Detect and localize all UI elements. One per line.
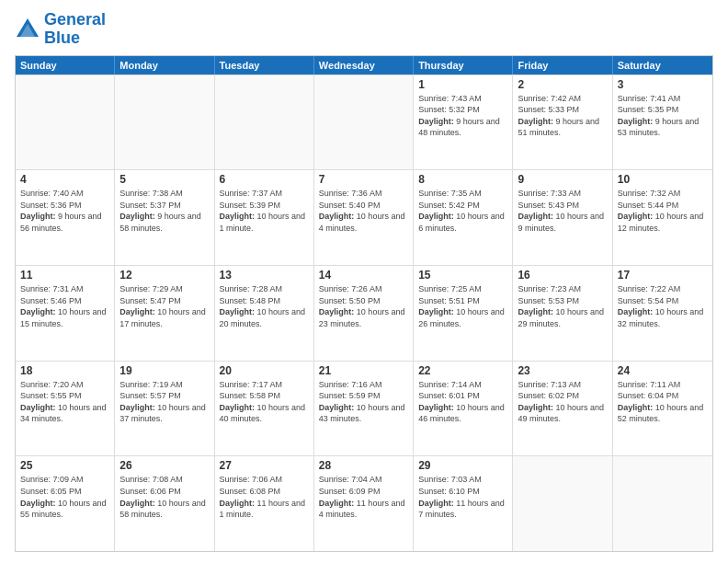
day-cell-18: 18Sunrise: 7:20 AMSunset: 5:55 PMDayligh…: [16, 362, 115, 456]
day-number: 25: [20, 459, 109, 472]
day-info: Sunrise: 7:13 AMSunset: 6:02 PMDaylight:…: [518, 379, 607, 425]
day-number: 10: [618, 173, 708, 186]
day-info: Sunrise: 7:14 AMSunset: 6:01 PMDaylight:…: [418, 379, 507, 425]
day-cell-6: 6Sunrise: 7:37 AMSunset: 5:39 PMDaylight…: [215, 170, 314, 265]
day-number: 17: [618, 269, 708, 282]
empty-cell: [115, 75, 214, 170]
day-cell-16: 16Sunrise: 7:23 AMSunset: 5:53 PMDayligh…: [513, 266, 612, 361]
weekday-header-wednesday: Wednesday: [314, 56, 414, 75]
day-cell-12: 12Sunrise: 7:29 AMSunset: 5:47 PMDayligh…: [115, 266, 214, 361]
day-cell-13: 13Sunrise: 7:28 AMSunset: 5:48 PMDayligh…: [215, 266, 314, 361]
day-info: Sunrise: 7:29 AMSunset: 5:47 PMDaylight:…: [119, 283, 209, 329]
logo: General Blue: [15, 11, 106, 48]
day-number: 4: [20, 173, 109, 186]
day-info: Sunrise: 7:40 AMSunset: 5:36 PMDaylight:…: [20, 188, 109, 234]
day-cell-29: 29Sunrise: 7:03 AMSunset: 6:10 PMDayligh…: [414, 456, 513, 551]
day-cell-22: 22Sunrise: 7:14 AMSunset: 6:01 PMDayligh…: [414, 362, 513, 456]
day-cell-25: 25Sunrise: 7:09 AMSunset: 6:05 PMDayligh…: [16, 456, 115, 551]
day-info: Sunrise: 7:19 AMSunset: 5:57 PMDaylight:…: [119, 379, 209, 425]
calendar-header: SundayMondayTuesdayWednesdayThursdayFrid…: [16, 56, 712, 75]
day-info: Sunrise: 7:38 AMSunset: 5:37 PMDaylight:…: [119, 188, 209, 234]
day-info: Sunrise: 7:41 AMSunset: 5:35 PMDaylight:…: [618, 93, 708, 139]
calendar-body: 1Sunrise: 7:43 AMSunset: 5:32 PMDaylight…: [16, 75, 712, 551]
day-cell-20: 20Sunrise: 7:17 AMSunset: 5:58 PMDayligh…: [215, 362, 314, 456]
day-number: 7: [319, 173, 408, 186]
day-cell-7: 7Sunrise: 7:36 AMSunset: 5:40 PMDaylight…: [314, 170, 414, 265]
page: General Blue SundayMondayTuesdayWednesda…: [0, 0, 728, 563]
day-info: Sunrise: 7:17 AMSunset: 5:58 PMDaylight:…: [220, 379, 309, 425]
calendar-row-1: 4Sunrise: 7:40 AMSunset: 5:36 PMDaylight…: [16, 169, 712, 265]
day-info: Sunrise: 7:04 AMSunset: 6:09 PMDaylight:…: [319, 474, 408, 520]
calendar-row-0: 1Sunrise: 7:43 AMSunset: 5:32 PMDaylight…: [16, 75, 712, 170]
day-number: 19: [119, 364, 209, 377]
day-info: Sunrise: 7:16 AMSunset: 5:59 PMDaylight:…: [319, 379, 408, 425]
day-cell-5: 5Sunrise: 7:38 AMSunset: 5:37 PMDaylight…: [115, 170, 214, 265]
day-number: 11: [20, 269, 109, 282]
day-info: Sunrise: 7:25 AMSunset: 5:51 PMDaylight:…: [418, 283, 507, 329]
empty-cell: [314, 75, 414, 170]
day-cell-27: 27Sunrise: 7:06 AMSunset: 6:08 PMDayligh…: [215, 456, 314, 551]
day-info: Sunrise: 7:33 AMSunset: 5:43 PMDaylight:…: [518, 188, 607, 234]
day-cell-19: 19Sunrise: 7:19 AMSunset: 5:57 PMDayligh…: [115, 362, 214, 456]
day-info: Sunrise: 7:36 AMSunset: 5:40 PMDaylight:…: [319, 188, 408, 234]
day-number: 27: [220, 459, 309, 472]
empty-cell: [613, 456, 712, 551]
calendar-row-4: 25Sunrise: 7:09 AMSunset: 6:05 PMDayligh…: [16, 455, 712, 551]
day-info: Sunrise: 7:06 AMSunset: 6:08 PMDaylight:…: [220, 474, 309, 520]
day-cell-9: 9Sunrise: 7:33 AMSunset: 5:43 PMDaylight…: [513, 170, 612, 265]
day-number: 3: [618, 78, 708, 91]
day-info: Sunrise: 7:23 AMSunset: 5:53 PMDaylight:…: [518, 283, 607, 329]
day-number: 13: [220, 269, 309, 282]
day-number: 20: [220, 364, 309, 377]
day-number: 24: [618, 364, 708, 377]
day-cell-28: 28Sunrise: 7:04 AMSunset: 6:09 PMDayligh…: [314, 456, 414, 551]
day-number: 26: [119, 459, 209, 472]
weekday-header-tuesday: Tuesday: [215, 56, 314, 75]
header: General Blue: [15, 11, 713, 48]
day-info: Sunrise: 7:26 AMSunset: 5:50 PMDaylight:…: [319, 283, 408, 329]
weekday-header-friday: Friday: [513, 56, 612, 75]
calendar-row-2: 11Sunrise: 7:31 AMSunset: 5:46 PMDayligh…: [16, 265, 712, 361]
weekday-header-saturday: Saturday: [613, 56, 712, 75]
day-info: Sunrise: 7:43 AMSunset: 5:32 PMDaylight:…: [418, 93, 507, 139]
logo-icon: [15, 17, 40, 42]
day-number: 9: [518, 173, 607, 186]
weekday-header-monday: Monday: [115, 56, 214, 75]
day-number: 14: [319, 269, 408, 282]
day-cell-3: 3Sunrise: 7:41 AMSunset: 5:35 PMDaylight…: [613, 75, 712, 170]
day-cell-8: 8Sunrise: 7:35 AMSunset: 5:42 PMDaylight…: [414, 170, 513, 265]
day-cell-26: 26Sunrise: 7:08 AMSunset: 6:06 PMDayligh…: [115, 456, 214, 551]
day-cell-21: 21Sunrise: 7:16 AMSunset: 5:59 PMDayligh…: [314, 362, 414, 456]
day-info: Sunrise: 7:32 AMSunset: 5:44 PMDaylight:…: [618, 188, 708, 234]
day-number: 5: [119, 173, 209, 186]
day-number: 23: [518, 364, 607, 377]
day-info: Sunrise: 7:35 AMSunset: 5:42 PMDaylight:…: [418, 188, 507, 234]
day-info: Sunrise: 7:42 AMSunset: 5:33 PMDaylight:…: [518, 93, 607, 139]
weekday-header-thursday: Thursday: [414, 56, 513, 75]
day-number: 18: [20, 364, 109, 377]
day-number: 21: [319, 364, 408, 377]
day-info: Sunrise: 7:08 AMSunset: 6:06 PMDaylight:…: [119, 474, 209, 520]
day-number: 6: [220, 173, 309, 186]
day-info: Sunrise: 7:31 AMSunset: 5:46 PMDaylight:…: [20, 283, 109, 329]
empty-cell: [513, 456, 612, 551]
day-info: Sunrise: 7:11 AMSunset: 6:04 PMDaylight:…: [618, 379, 708, 425]
day-number: 28: [319, 459, 408, 472]
day-number: 16: [518, 269, 607, 282]
day-cell-1: 1Sunrise: 7:43 AMSunset: 5:32 PMDaylight…: [414, 75, 513, 170]
day-cell-24: 24Sunrise: 7:11 AMSunset: 6:04 PMDayligh…: [613, 362, 712, 456]
day-info: Sunrise: 7:22 AMSunset: 5:54 PMDaylight:…: [618, 283, 708, 329]
day-number: 15: [418, 269, 507, 282]
day-cell-10: 10Sunrise: 7:32 AMSunset: 5:44 PMDayligh…: [613, 170, 712, 265]
day-number: 12: [119, 269, 209, 282]
day-number: 2: [518, 78, 607, 91]
day-cell-17: 17Sunrise: 7:22 AMSunset: 5:54 PMDayligh…: [613, 266, 712, 361]
day-info: Sunrise: 7:28 AMSunset: 5:48 PMDaylight:…: [220, 283, 309, 329]
day-cell-23: 23Sunrise: 7:13 AMSunset: 6:02 PMDayligh…: [513, 362, 612, 456]
day-cell-15: 15Sunrise: 7:25 AMSunset: 5:51 PMDayligh…: [414, 266, 513, 361]
logo-text: General Blue: [44, 11, 106, 48]
calendar: SundayMondayTuesdayWednesdayThursdayFrid…: [15, 55, 713, 552]
day-number: 8: [418, 173, 507, 186]
day-number: 29: [418, 459, 507, 472]
calendar-row-3: 18Sunrise: 7:20 AMSunset: 5:55 PMDayligh…: [16, 361, 712, 456]
